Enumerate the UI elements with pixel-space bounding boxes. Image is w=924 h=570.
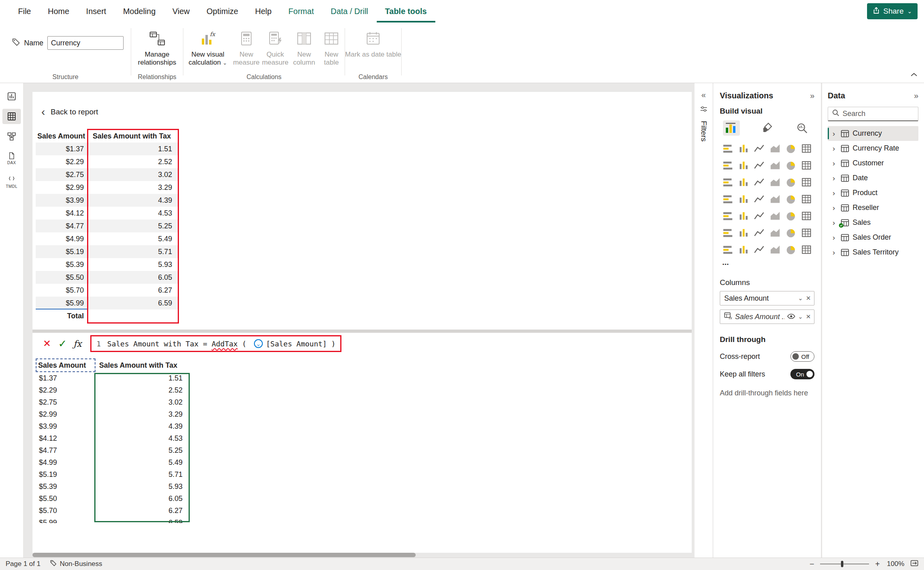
gauge-icon[interactable] [784, 193, 797, 206]
column-header-sales-amount[interactable]: Sales Amount [36, 358, 94, 372]
collapse-visualizations-icon[interactable]: » [810, 91, 814, 100]
table-cell-sales-amount-with-tax[interactable]: 3.02 [94, 396, 189, 408]
menu-item-view[interactable]: View [164, 0, 198, 22]
table-cell-sales-amount[interactable]: $4.99 [36, 456, 94, 468]
zoom-slider-thumb[interactable] [841, 561, 843, 567]
data-field-sales[interactable]: ›Sales [828, 215, 918, 230]
new-measure-button[interactable]: New measure [232, 22, 260, 72]
table-cell-sales-amount-with-tax[interactable]: 6.27 [87, 284, 178, 297]
python-visual-icon[interactable] [721, 226, 734, 239]
table-cell-sales-amount-with-tax[interactable]: 6.27 [94, 505, 189, 517]
table-cell-sales-amount[interactable]: $3.99 [36, 194, 87, 207]
more-visuals-button[interactable]: ... [722, 258, 814, 267]
table-cell-sales-amount-with-tax[interactable]: 5.71 [87, 245, 178, 258]
kpi-icon[interactable] [737, 210, 750, 222]
table-cell-sales-amount[interactable]: $5.99 [36, 297, 87, 309]
horizontal-scrollbar[interactable] [32, 553, 692, 557]
data-field-currency[interactable]: ›Currency [828, 126, 918, 141]
key-influencers-icon[interactable] [737, 226, 750, 239]
line-and-clustered-column-chart-icon[interactable] [784, 159, 797, 172]
intellisense-chevron-icon[interactable]: ⌄ [254, 339, 263, 348]
table-cell-sales-amount-with-tax[interactable]: 6.59 [87, 297, 178, 309]
shape-map-icon[interactable] [753, 193, 766, 206]
keep-all-filters-toggle[interactable]: On [790, 369, 814, 379]
menu-item-insert[interactable]: Insert [78, 0, 115, 22]
pane-splitter[interactable] [32, 330, 692, 333]
formula-field-reference[interactable]: [Sales Amount] [266, 340, 327, 348]
treemap-icon[interactable] [800, 176, 813, 189]
remove-field-icon[interactable]: ✕ [806, 295, 811, 302]
paginated-report-icon[interactable] [721, 243, 734, 256]
menu-item-file[interactable]: File [10, 0, 39, 22]
zoom-slider[interactable] [820, 564, 869, 564]
table-cell-sales-amount-with-tax[interactable]: 5.25 [94, 444, 189, 456]
table-cell-sales-amount[interactable]: $5.39 [36, 258, 87, 271]
r-script-visual-icon[interactable] [800, 210, 813, 222]
stacked-bar-chart-icon[interactable] [721, 142, 734, 155]
table-cell-sales-amount[interactable]: $4.99 [36, 232, 87, 245]
expand-chevron-icon[interactable]: › [833, 234, 837, 241]
table-cell-sales-amount[interactable]: $2.99 [36, 408, 94, 420]
column-header-sales-amount-with-tax[interactable]: Sales Amount with Tax [87, 130, 178, 142]
line-chart-icon[interactable] [721, 159, 734, 172]
waterfall-chart-icon[interactable] [721, 176, 734, 189]
back-to-report-link[interactable]: ‹ Back to report [41, 106, 98, 118]
formula-lhs-text[interactable]: Sales Amount with Tax = [107, 340, 211, 348]
manage-relationships-button[interactable]: Manage relationships [131, 22, 183, 72]
table-cell-sales-amount-with-tax[interactable]: 6.05 [87, 271, 178, 284]
quick-measure-button[interactable]: Quick measure [260, 22, 290, 72]
table-cell-sales-amount[interactable]: $4.12 [36, 432, 94, 444]
share-button[interactable]: Share ⌄ [867, 3, 918, 19]
area-chart-icon[interactable] [737, 159, 750, 172]
table-cell-sales-amount[interactable]: $1.37 [36, 142, 87, 155]
table-cell-sales-amount[interactable]: $2.75 [36, 168, 87, 181]
table-cell-sales-amount[interactable]: $2.29 [36, 155, 87, 168]
power-automate-icon[interactable] [769, 243, 782, 256]
table-cell-sales-amount-with-tax[interactable]: 5.49 [94, 456, 189, 468]
column-header-sales-amount-with-tax[interactable]: Sales Amount with Tax [94, 358, 189, 372]
report-view-icon[interactable] [2, 89, 21, 104]
menu-item-modeling[interactable]: Modeling [115, 0, 164, 22]
table-cell-sales-amount-with-tax[interactable]: 2.52 [94, 384, 189, 396]
remove-field-icon[interactable]: ✕ [806, 313, 811, 320]
commit-formula-icon[interactable]: ✓ [58, 338, 67, 350]
data-field-product[interactable]: ›Product [828, 185, 918, 200]
expand-chevron-icon[interactable]: › [833, 204, 837, 212]
table-cell-sales-amount[interactable]: $5.19 [36, 245, 87, 258]
table-cell-sales-amount-with-tax[interactable]: 1.51 [94, 372, 189, 384]
search-input[interactable] [843, 110, 914, 118]
mark-as-date-table-button[interactable]: Mark as date table [345, 22, 401, 72]
table-icon[interactable] [769, 210, 782, 222]
ribbon-chart-icon[interactable] [800, 159, 813, 172]
new-table-button[interactable]: New table [318, 22, 345, 72]
calculation-group-icon[interactable] [800, 243, 813, 256]
cancel-formula-icon[interactable]: ✕ [43, 338, 51, 349]
azure-map-icon[interactable] [769, 193, 782, 206]
menu-item-help[interactable]: Help [247, 0, 280, 22]
table-cell-sales-amount-with-tax[interactable]: 5.25 [87, 220, 178, 232]
expand-chevron-icon[interactable]: › [833, 159, 837, 167]
table-cell-sales-amount[interactable]: $5.19 [36, 468, 94, 480]
table-cell-sales-amount[interactable]: $5.99 [36, 517, 94, 523]
clustered-bar-chart-icon[interactable] [753, 142, 766, 155]
100-stacked-bar-chart-icon[interactable] [784, 142, 797, 155]
expand-chevron-icon[interactable]: › [833, 174, 837, 182]
table-cell-sales-amount-with-tax[interactable]: 3.29 [94, 408, 189, 420]
eye-icon[interactable] [787, 313, 795, 321]
search-box[interactable] [828, 107, 918, 121]
data-field-sales-order[interactable]: ›Sales Order [828, 230, 918, 245]
tab-build-visual[interactable] [723, 120, 740, 136]
chevron-down-icon[interactable]: ⌄ [798, 313, 803, 320]
new-column-button[interactable]: New column [290, 22, 318, 72]
dax-query-view-icon[interactable]: DAX [2, 149, 21, 168]
data-field-customer[interactable]: ›Customer [828, 156, 918, 171]
stacked-column-chart-icon[interactable] [737, 142, 750, 155]
formula-function-name[interactable]: AddTax [211, 340, 238, 348]
map-icon[interactable] [721, 193, 734, 206]
table-cell-sales-amount[interactable]: $2.29 [36, 384, 94, 396]
table-cell-sales-amount[interactable]: $2.99 [36, 181, 87, 194]
fit-to-page-icon[interactable] [910, 560, 918, 568]
data-field-sales-territory[interactable]: ›Sales Territory [828, 245, 918, 260]
100-stacked-column-chart-icon[interactable] [800, 142, 813, 155]
table-cell-sales-amount-with-tax[interactable]: 6.05 [94, 493, 189, 505]
